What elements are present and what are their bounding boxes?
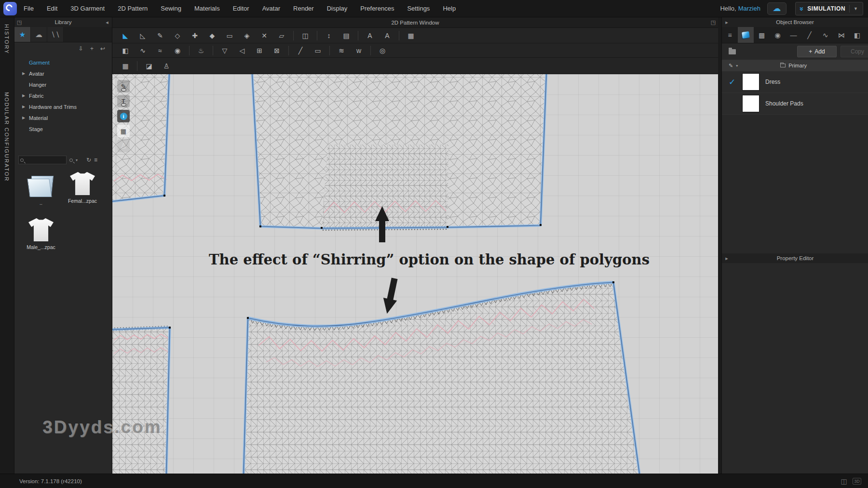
menu-preferences[interactable]: Preferences [360,5,394,12]
fabric-item-dress[interactable]: ✓Dress [722,71,868,93]
polygon-tool[interactable]: ◆ [205,30,219,41]
edit-pencil-icon[interactable]: ✎ [729,63,733,69]
expand-arrow-icon[interactable]: ▶ [22,105,29,109]
free-sewing-tool[interactable]: ∿ [136,45,150,56]
menu-settings[interactable]: Settings [407,5,430,12]
topstitch-tab[interactable]: — [786,27,801,43]
search-box[interactable] [18,156,67,164]
library-file-parent-folder[interactable]: .. [20,172,62,206]
object-browser-dock-icon[interactable]: ▸ [722,19,732,26]
mn-sewing-tool[interactable]: ≈ [153,45,167,56]
fold-arrangement-tool[interactable]: ◫ [298,30,312,41]
menu-materials[interactable]: Materials [194,5,220,12]
pattern-window-popout-icon[interactable]: ◳ [708,19,718,26]
folder-icon[interactable] [729,49,736,54]
add-folder-icon[interactable]: + [90,45,94,52]
library-tree-item-avatar[interactable]: ▶Avatar [14,68,112,79]
modular-configurator-tab[interactable]: MODULAR CONFIGURATOR [4,92,10,182]
steam-iron-tool[interactable]: ♨ [194,45,208,56]
library-file-femal-zpac[interactable]: Femal...zpac [62,172,103,206]
library-tree-item-stage[interactable]: Stage [14,123,112,134]
trace-tool[interactable]: ▱ [274,30,289,41]
grid-table-tool[interactable]: ▦ [404,30,418,41]
trim-tab[interactable]: ⋈ [833,27,849,43]
list-view-icon[interactable]: ≡ [94,157,97,163]
search-input[interactable] [24,157,62,163]
fabric-swatch[interactable] [742,95,760,112]
menu-file[interactable]: File [24,5,34,12]
show-sketch-toggle[interactable]: ✎ [117,80,130,92]
fold-3d-pattern-tool[interactable]: ▽ [217,45,232,56]
shirring-tool[interactable]: ≋ [334,45,349,56]
button-tab[interactable]: ◉ [770,27,786,43]
library-tree-item-fabric[interactable]: ▶Fabric [14,90,112,101]
fabric-swatch[interactable] [742,73,760,91]
refresh-icon[interactable]: ↻ [86,157,91,163]
menu-render[interactable]: Render [293,5,314,12]
library-tree-item-material[interactable]: ▶Material [14,112,112,123]
pattern-canvas[interactable]: ✎Ti▦♙ The effect of “Shirring” option on… [112,74,718,474]
item-checkmark-icon[interactable]: ✓ [722,77,742,87]
edit-curvature-tool[interactable]: ✎ [153,30,167,41]
show-scale-toggle[interactable]: ♙ [117,140,130,152]
library-popout-icon[interactable]: ◳ [14,19,24,26]
text-small-tool[interactable]: A [380,30,394,41]
sync-pattern-alt-tool[interactable]: ⊠ [270,45,284,56]
favorites-tab[interactable]: ★ [14,27,31,42]
clo-logo-icon[interactable] [3,2,17,15]
pattern-piece-bottom-left[interactable] [112,326,170,474]
segment-sewing-tool[interactable]: ◧ [118,45,133,56]
library-tree-item-hardware-and-trims[interactable]: ▶Hardware and Trims [14,101,112,112]
fabric-item-shoulder-pads[interactable]: Shoulder Pads [722,93,868,115]
menu-editor[interactable]: Editor [233,5,249,12]
texture-tab[interactable]: ▩ [754,27,770,43]
expand-arrow-icon[interactable]: ▶ [22,71,29,76]
retrieve-pattern-tool[interactable]: ◪ [142,60,156,72]
sync-pattern-tool[interactable]: ⊞ [252,45,267,56]
menu-help[interactable]: Help [443,5,456,12]
text-tool[interactable]: A [363,30,377,41]
menu-3d-garment[interactable]: 3D Garment [70,5,105,12]
library-dock-icon[interactable]: ◂ [102,19,112,26]
expand-arrow-icon[interactable]: ▶ [22,93,29,98]
library-tree-item-garment[interactable]: Garment [14,57,112,68]
menu-display[interactable]: Display [327,5,348,12]
remove-stitch-tool[interactable]: ✕ [257,30,271,41]
ruler-tool[interactable]: ▤ [339,30,353,41]
expand-arrow-icon[interactable]: ▶ [22,116,29,120]
internal-line-tool[interactable]: ╱ [293,45,308,56]
download-icon[interactable]: ⇩ [79,45,83,52]
search-options-caret[interactable]: ▾ [76,158,78,162]
puckering-tab[interactable]: ∿ [817,27,833,43]
quilting-tool[interactable]: ▦ [118,60,133,72]
menu-edit[interactable]: Edit [47,5,57,12]
cloud-tab[interactable]: ☁ [31,27,47,42]
search-options-icon[interactable] [69,158,73,162]
show-quilting-toggle[interactable]: ▦ [117,125,130,137]
scene-list-tab[interactable]: ≡ [722,27,738,43]
basting-tool[interactable]: ▭ [311,45,325,56]
3d-window-icon[interactable]: 3D [853,478,861,485]
menu-2d-pattern[interactable]: 2D Pattern [118,5,148,12]
dart-tool[interactable]: ◈ [240,30,254,41]
snapshot-tool[interactable]: ◎ [375,45,390,56]
library-tree-item-hanger[interactable]: Hanger [14,79,112,90]
back-icon[interactable]: ↩ [100,45,105,52]
rectangle-tool[interactable]: ▭ [222,30,237,41]
menu-sewing[interactable]: Sewing [161,5,181,12]
library-file-male-zpac[interactable]: Male_...zpac [20,218,62,250]
pattern-info-toggle[interactable]: i [117,110,130,122]
edit-pattern-tool[interactable]: ◺ [136,30,150,41]
simulation-button[interactable]: » SIMULATION ▼ [795,2,863,15]
panels-icon[interactable]: ◫ [840,478,848,485]
simulation-dropdown-caret[interactable]: ▼ [854,6,858,11]
reset-2d-arrangement-tool[interactable]: ◁ [235,45,249,56]
menu-avatar[interactable]: Avatar [262,5,280,12]
property-editor-dock-icon[interactable]: ▸ [722,255,732,262]
edit-curve-point-tool[interactable]: ◇ [170,30,185,41]
show-avatar-tool[interactable]: ♙ [159,60,174,72]
trims-tab[interactable]: ∖∖ [47,27,64,42]
pattern-measure-tool[interactable]: ↕ [322,30,336,41]
add-button[interactable]: +Add [797,46,837,57]
elastic-tool[interactable]: w [352,45,366,56]
